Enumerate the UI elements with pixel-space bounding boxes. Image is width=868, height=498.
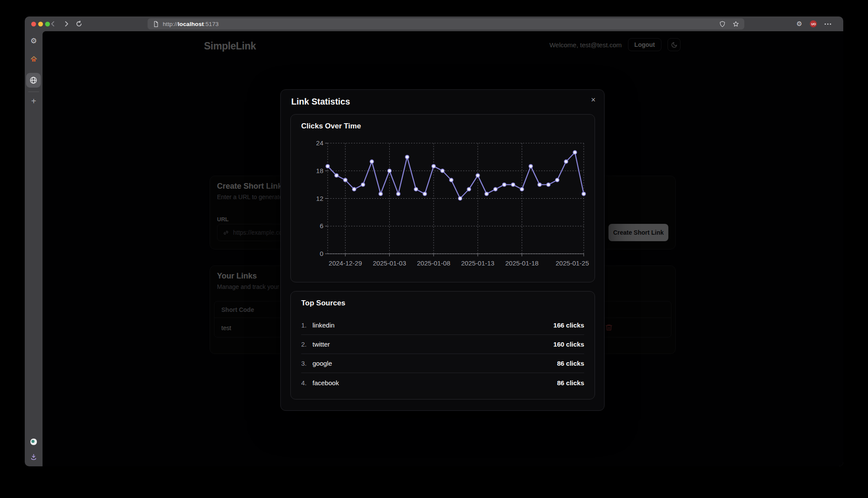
source-clicks: 166 clicks [553,321,584,329]
extension-logo-icon[interactable] [25,438,43,446]
sidebar-divider [28,92,39,92]
page-icon [153,21,159,27]
top-sources-title: Top Sources [301,299,345,308]
active-tab-globe-icon[interactable] [26,73,41,88]
back-icon[interactable] [49,20,56,27]
source-rank: 2. [301,341,309,348]
window-close-button[interactable] [31,22,36,26]
source-rank: 4. [301,379,309,387]
browser-toolbar: http://localhost:5173 ⚙ UO [25,16,843,31]
clicks-over-time-chart: 061218242024-12-292025-01-032025-01-0820… [299,138,599,268]
svg-text:6: 6 [320,222,323,229]
source-row: 4. facebook 86 clicks [301,373,584,392]
reload-icon[interactable] [76,20,82,27]
address-bar[interactable]: http://localhost:5173 [148,18,744,29]
desktop-background: http://localhost:5173 ⚙ UO ⚙ [0,0,868,498]
source-row: 2. twitter 160 clicks [301,335,584,354]
forward-icon[interactable] [63,20,70,27]
extensions-icon[interactable]: ⚙ [796,20,802,27]
ublock-extension-icon[interactable]: UO [810,20,817,27]
svg-text:2025-01-18: 2025-01-18 [505,259,539,267]
svg-text:2025-01-25: 2025-01-25 [556,259,589,267]
tracking-shield-icon[interactable] [719,21,726,27]
source-clicks: 160 clicks [553,341,584,348]
source-row: 1. linkedin 166 clicks [301,316,584,335]
downloads-icon[interactable] [25,453,43,461]
source-rank: 3. [301,360,309,367]
close-icon[interactable]: × [588,94,599,105]
svg-text:12: 12 [316,195,323,202]
source-name: facebook [312,379,339,387]
toolbar-right-group: ⚙ UO [796,20,831,27]
link-statistics-modal: Link Statistics × Clicks Over Time 06121… [280,89,605,411]
svg-text:24: 24 [316,139,323,147]
chart-title: Clicks Over Time [301,122,361,131]
browser-window: http://localhost:5173 ⚙ UO ⚙ [25,16,843,466]
home-tab-icon[interactable] [25,56,43,62]
source-clicks: 86 clicks [557,379,584,387]
svg-text:18: 18 [316,167,323,174]
modal-title: Link Statistics [291,97,350,107]
svg-text:0: 0 [320,250,323,257]
svg-text:2025-01-08: 2025-01-08 [417,259,450,267]
source-clicks: 86 clicks [557,360,584,367]
source-rank: 1. [301,321,309,329]
source-name: google [312,360,332,367]
page-content: SimpleLink Welcome, test@test.com Logout… [43,31,843,466]
svg-text:2025-01-03: 2025-01-03 [373,259,406,267]
source-name: twitter [312,341,330,348]
source-row: 3. google 86 clicks [301,354,584,373]
browser-sidebar: ⚙ + [25,31,43,466]
window-minimize-button[interactable] [38,22,43,26]
bookmark-star-icon[interactable] [733,21,739,27]
source-name: linkedin [312,321,335,329]
svg-text:2024-12-29: 2024-12-29 [329,259,362,267]
browser-settings-gear-icon[interactable]: ⚙ [25,36,43,46]
clicks-over-time-card: Clicks Over Time 061218242024-12-292025-… [290,114,595,282]
svg-text:2025-01-13: 2025-01-13 [461,259,494,267]
new-tab-plus-icon[interactable]: + [25,96,43,106]
top-sources-card: Top Sources 1. linkedin 166 clicks 2. tw… [290,291,595,400]
url-text: http://localhost:5173 [163,21,219,27]
more-menu-icon[interactable] [825,23,831,25]
